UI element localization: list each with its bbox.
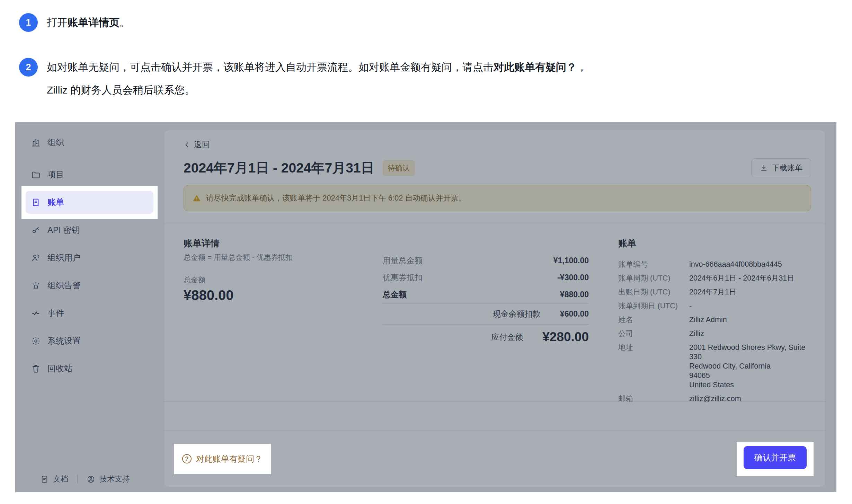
step-1-text-post: 。 <box>119 17 130 28</box>
row-value: 2024年7月1日 <box>689 288 736 297</box>
card-footer: ? 对此账单有疑问？ 确认并开票 <box>164 430 825 487</box>
instruction-steps: 1 打开账单详情页。 2 如对账单无疑问，可点击确认并开票，该账单将进入自动开票… <box>0 0 852 101</box>
step-1-number-badge: 1 <box>19 13 38 32</box>
invoice-row-number: 账单编号 invo-666aaa44f008bba4445 <box>618 260 811 269</box>
breakdown-divider <box>383 303 589 304</box>
sidebar-item-org-alerts[interactable]: 组织告警 <box>26 274 153 297</box>
sidebar-item-label: 回收站 <box>47 363 72 374</box>
sidebar-item-events[interactable]: 事件 <box>26 302 153 325</box>
sidebar-item-projects[interactable]: 项目 <box>26 163 153 186</box>
sidebar-footer: 文档 技术支持 <box>15 472 164 492</box>
billing-screenshot: 组织 项目 账单 API 密钥 组织用户 组织 <box>15 122 836 492</box>
download-invoice-button[interactable]: 下载账单 <box>751 158 811 177</box>
step-1-text-pre: 打开 <box>47 17 68 28</box>
row-value: invo-666aaa44f008bba4445 <box>689 260 782 269</box>
back-link[interactable]: 返回 <box>184 139 210 150</box>
question-link-spotlight: ? 对此账单有疑问？ <box>174 444 271 474</box>
step-2-text-post: ， <box>577 61 587 73</box>
key-icon <box>31 226 41 235</box>
invoice-info: 账单 账单编号 invo-666aaa44f008bba4445 账单周期 (U… <box>618 237 811 401</box>
sidebar-item-recycle-bin[interactable]: 回收站 <box>26 357 153 380</box>
card-spacer <box>164 402 825 430</box>
sidebar-item-label: 事件 <box>47 308 64 319</box>
invoice-detail-card: 返回 2024年7月1日 - 2024年7月31日 待确认 下载账单 请尽快完成… <box>164 130 825 487</box>
row-label: 姓名 <box>618 315 689 325</box>
row-label: 公司 <box>618 329 689 338</box>
breakdown-row-coupon: 优惠券抵扣 -¥300.00 <box>383 273 589 282</box>
billing-item-spotlight: 账单 <box>21 186 158 219</box>
sidebar-item-label: 组织告警 <box>47 280 81 291</box>
sidebar-item-label: 项目 <box>47 169 64 180</box>
billing-details-title: 账单详情 <box>184 237 383 249</box>
building-icon <box>31 138 41 147</box>
step-1: 1 打开账单详情页。 <box>19 13 852 34</box>
sidebar-item-org-users[interactable]: 组织用户 <box>26 246 153 269</box>
invoice-body: 账单详情 总金额 = 用量总金额 - 优惠券抵扣 总金额 ¥880.00 用量总… <box>164 224 825 402</box>
activity-icon <box>31 309 41 318</box>
row-label: 现金余额扣款 <box>493 309 541 319</box>
sidebar-item-label: 系统设置 <box>47 335 81 346</box>
sidebar: 组织 项目 账单 API 密钥 组织用户 组织 <box>15 122 164 492</box>
breakdown-row-usage: 用量总金额 ¥1,100.00 <box>383 256 589 265</box>
invoice-row-company: 公司 Zilliz <box>618 329 811 338</box>
trash-icon <box>31 364 41 373</box>
row-label: 账单到期日 (UTC) <box>618 301 689 311</box>
question-circle-icon: ? <box>182 454 192 463</box>
address-line: Redwood City, California <box>689 362 811 371</box>
sidebar-item-label: 组织 <box>47 137 64 148</box>
sidebar-nav: 组织 项目 账单 API 密钥 组织用户 组织 <box>15 122 164 472</box>
row-value: - <box>689 301 692 311</box>
row-label: 用量总金额 <box>383 256 423 265</box>
invoice-row-due-date: 账单到期日 (UTC) - <box>618 301 811 311</box>
sidebar-item-billing[interactable]: 账单 <box>26 191 153 214</box>
download-label: 下载账单 <box>772 163 802 173</box>
row-label: 总金额 <box>383 290 407 299</box>
footer-divider <box>77 475 78 484</box>
row-value: -¥300.00 <box>557 273 589 282</box>
invoice-info-title: 账单 <box>618 237 811 249</box>
invoice-row-address: 地址 2001 Redwood Shores Pkwy, Suite 330 R… <box>618 343 811 390</box>
sidebar-item-label: 组织用户 <box>47 252 81 263</box>
receipt-icon <box>31 198 41 207</box>
row-value: ¥600.00 <box>560 309 589 319</box>
title-row: 2024年7月1日 - 2024年7月31日 待确认 下载账单 <box>184 158 811 177</box>
users-icon <box>31 253 41 263</box>
amount-due-row: 应付金额 ¥280.00 <box>383 329 589 345</box>
confirm-and-invoice-button[interactable]: 确认并开票 <box>744 446 807 469</box>
amount-due-value: ¥280.00 <box>542 329 589 345</box>
warning-text: 请尽快完成账单确认，该账单将于 2024年3月1日下午 6:02 自动确认并开票… <box>206 193 466 203</box>
docs-link-label: 文档 <box>53 474 68 484</box>
step-2-number-badge: 2 <box>19 58 38 77</box>
step-2-text: 如对账单无疑问，可点击确认并开票，该账单将进入自动开票流程。如对账单金额有疑问，… <box>47 56 587 101</box>
row-value: ¥880.00 <box>560 290 589 299</box>
download-icon <box>760 164 768 172</box>
row-value: ¥1,100.00 <box>553 256 589 265</box>
dispute-invoice-link[interactable]: 对此账单有疑问？ <box>196 453 263 465</box>
siren-icon <box>31 281 41 290</box>
status-badge: 待确认 <box>383 160 415 176</box>
row-value: Zilliz Admin <box>689 315 727 325</box>
sidebar-item-organization[interactable]: 组织 <box>26 131 153 154</box>
amount-breakdown: 用量总金额 ¥1,100.00 优惠券抵扣 -¥300.00 总金额 ¥880.… <box>383 237 589 401</box>
support-link[interactable]: 技术支持 <box>87 474 130 484</box>
step-2-text-line2: Zilliz 的财务人员会稍后联系您。 <box>47 84 195 96</box>
invoice-row-issue-date: 出账日期 (UTC) 2024年7月1日 <box>618 288 811 297</box>
row-value: Zilliz <box>689 329 704 338</box>
invoice-row-period: 账单周期 (UTC) 2024年6月1日 - 2024年6月31日 <box>618 274 811 283</box>
address-line: 94065 <box>689 371 811 380</box>
billing-details-summary: 账单详情 总金额 = 用量总金额 - 优惠券抵扣 总金额 ¥880.00 <box>184 237 383 401</box>
breakdown-row-total: 总金额 ¥880.00 <box>383 290 589 299</box>
chevron-left-icon <box>184 141 190 148</box>
row-label: 地址 <box>618 343 689 390</box>
total-formula: 总金额 = 用量总金额 - 优惠券抵扣 <box>184 253 383 262</box>
address-line: United States <box>689 380 811 390</box>
sidebar-item-settings[interactable]: 系统设置 <box>26 329 153 352</box>
auto-confirm-warning-banner: 请尽快完成账单确认，该账单将于 2024年3月1日下午 6:02 自动确认并开票… <box>184 185 811 211</box>
step-2: 2 如对账单无疑问，可点击确认并开票，该账单将进入自动开票流程。如对账单金额有疑… <box>19 58 852 101</box>
sidebar-item-api-keys[interactable]: API 密钥 <box>26 219 153 241</box>
card-header: 返回 2024年7月1日 - 2024年7月31日 待确认 下载账单 请尽快完成… <box>164 130 825 224</box>
row-label: 出账日期 (UTC) <box>618 288 689 297</box>
row-label: 账单编号 <box>618 260 689 269</box>
docs-link[interactable]: 文档 <box>40 474 68 484</box>
row-value: 2001 Redwood Shores Pkwy, Suite 330 Redw… <box>689 343 811 390</box>
